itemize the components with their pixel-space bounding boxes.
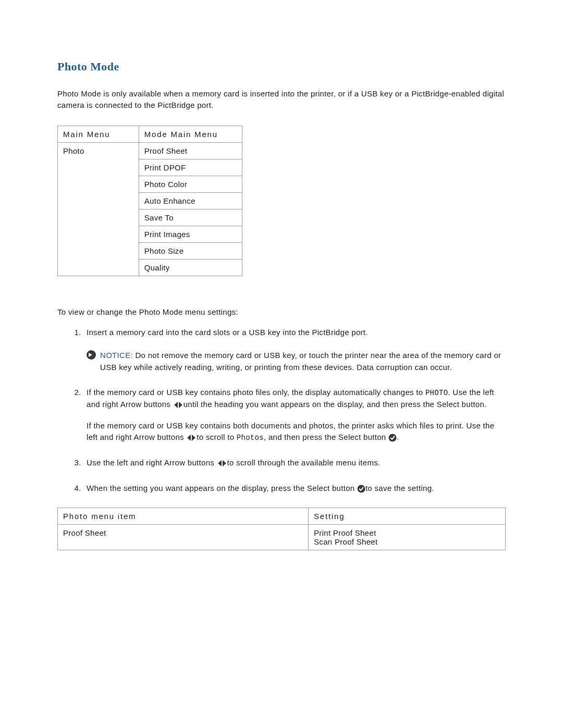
mode-item: Save To (139, 209, 242, 226)
step-3-a: Use the left and right Arrow buttons (87, 458, 217, 467)
step-4-a: When the setting you want appears on the… (87, 484, 357, 492)
step-2-p2b: to scroll to (197, 433, 236, 441)
arrow-circle-icon (87, 350, 96, 360)
step-1-text: Insert a memory card into the card slots… (87, 328, 368, 337)
mode-item: Proof Sheet (139, 142, 242, 159)
step-2-p1c: until the heading you want appears on th… (183, 400, 487, 409)
settings-value: Scan Proof Sheet (314, 537, 377, 546)
step-4: When the setting you want appears on the… (83, 483, 506, 495)
svg-point-1 (357, 485, 365, 492)
intro-paragraph: Photo Mode is only available when a memo… (57, 88, 506, 111)
table-header-main: Main Menu (58, 126, 139, 142)
mono-photo: PHOTO (425, 389, 448, 397)
main-menu-table: Main Menu Mode Main Menu Photo Proof She… (57, 126, 242, 276)
page-container: Photo Mode Photo Mode is only available … (0, 0, 563, 728)
select-check-icon (388, 434, 397, 442)
svg-point-0 (388, 434, 396, 442)
mode-item: Quality (139, 259, 242, 276)
notice-body: Do not remove the memory card or USB key… (100, 351, 501, 372)
select-check-icon (357, 485, 365, 493)
mono-photos: Photos (237, 434, 264, 442)
arrow-left-right-icon (217, 459, 227, 467)
mode-item: Photo Size (139, 242, 242, 259)
mode-item: Photo Color (139, 176, 242, 192)
settings-header-item: Photo menu item (58, 508, 309, 525)
arrow-left-right-icon (173, 401, 183, 409)
arrow-left-right-icon (186, 434, 197, 442)
steps-lead: To view or change the Photo Mode menu se… (57, 307, 506, 316)
notice-label: NOTICE: (100, 351, 133, 360)
settings-values: Print Proof Sheet Scan Proof Sheet (309, 525, 506, 550)
mode-item: Print Images (139, 226, 242, 242)
settings-value: Print Proof Sheet (314, 528, 376, 537)
mode-item: Auto Enhance (139, 192, 242, 209)
step-3-b: to scroll through the available menu ite… (227, 458, 381, 467)
steps-list: Insert a memory card into the card slots… (57, 327, 506, 495)
step-1: Insert a memory card into the card slots… (83, 327, 506, 374)
step-3: Use the left and right Arrow buttons to … (83, 457, 506, 469)
settings-item: Proof Sheet (58, 525, 309, 550)
table-header-mode: Mode Main Menu (139, 126, 242, 142)
step-2-p2c: , and then press the Select button (264, 433, 388, 441)
step-2: If the memory card or USB key contains p… (83, 387, 506, 443)
step-2-p2d: . (397, 433, 399, 441)
mode-item: Print DPOF (139, 159, 242, 176)
step-4-b: to save the setting. (365, 484, 434, 492)
notice-text: NOTICE: Do not remove the memory card or… (100, 350, 506, 373)
page-title: Photo Mode (57, 60, 506, 73)
settings-table: Photo menu item Setting Proof Sheet Prin… (57, 508, 506, 550)
notice-block: NOTICE: Do not remove the memory card or… (87, 350, 506, 373)
settings-header-setting: Setting (309, 508, 506, 525)
step-2-p1a: If the memory card or USB key contains p… (87, 388, 425, 397)
table-cell-photo: Photo (58, 142, 139, 276)
